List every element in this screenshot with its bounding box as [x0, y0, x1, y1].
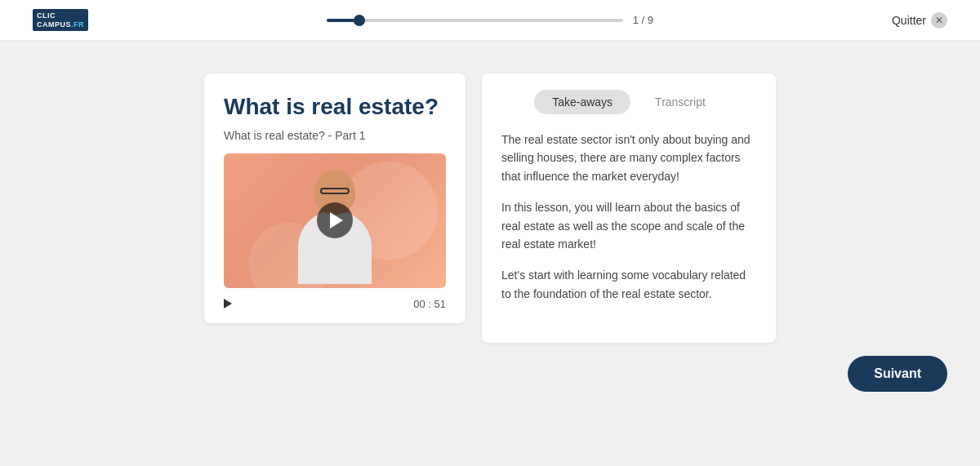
- takeaway-paragraph-2: In this lesson, you will learn about the…: [501, 198, 756, 253]
- logo-line2: CAMPUS.fr: [37, 20, 84, 29]
- person-glasses: [320, 188, 350, 194]
- progress-thumb: [354, 15, 365, 26]
- lesson-title: What is real estate?: [224, 93, 446, 121]
- progress-area: 1 / 9: [327, 14, 653, 26]
- lesson-subtitle: What is real estate? - Part 1: [224, 129, 446, 142]
- next-button[interactable]: Suivant: [848, 356, 947, 392]
- video-thumbnail[interactable]: [224, 153, 446, 288]
- quit-button[interactable]: Quitter ✕: [892, 12, 947, 29]
- tab-transcript[interactable]: Transcript: [637, 90, 724, 114]
- footer: Suivant: [0, 343, 980, 392]
- video-controls: 00 : 51: [224, 298, 446, 310]
- takeaway-paragraph-3: Let's start with learning some vocabular…: [501, 266, 756, 303]
- main-content: What is real estate? What is real estate…: [0, 41, 980, 343]
- header: CLIC CAMPUS.fr 1 / 9 Quitter ✕: [0, 0, 980, 41]
- quit-x-icon: ✕: [931, 12, 947, 29]
- lesson-card: What is real estate? What is real estate…: [204, 73, 466, 323]
- logo-box: CLIC CAMPUS.fr: [33, 9, 88, 32]
- progress-track[interactable]: [327, 19, 623, 22]
- tab-takeaways[interactable]: Take-aways: [534, 90, 630, 114]
- takeaway-paragraph-1: The real estate sector isn't only about …: [501, 131, 756, 185]
- play-icon: [330, 212, 343, 229]
- tabs: Take-aways Transcript: [501, 90, 756, 114]
- logo: CLIC CAMPUS.fr: [33, 9, 88, 32]
- quit-label: Quitter: [892, 14, 926, 27]
- play-button[interactable]: [317, 202, 353, 238]
- logo-accent: .fr: [71, 20, 84, 29]
- play-small-icon[interactable]: [224, 299, 232, 308]
- takeaways-card: Take-aways Transcript The real estate se…: [482, 73, 776, 343]
- video-time: 00 : 51: [413, 298, 446, 310]
- progress-label: 1 / 9: [633, 14, 653, 26]
- logo-line1: CLIC: [37, 11, 84, 20]
